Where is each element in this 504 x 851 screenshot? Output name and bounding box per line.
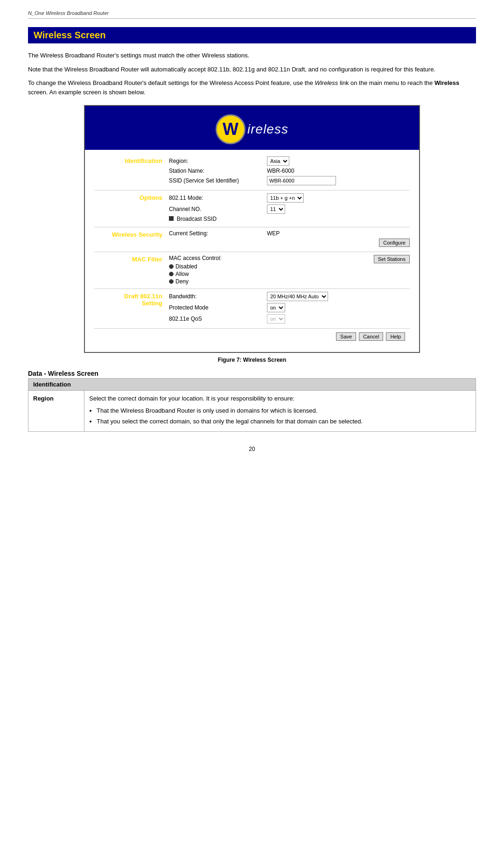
region-label: Region:	[169, 158, 267, 164]
draft-content: Bandwidth: 20 MHz/40 MHz Auto Protected …	[169, 292, 410, 325]
identification-label: Identification	[94, 156, 169, 164]
identification-content: Region: Asia Station Name: WBR-6000 SSID…	[169, 156, 410, 187]
region-select[interactable]: Asia	[267, 156, 289, 166]
page-number: 20	[28, 446, 476, 452]
mac-disabled-row: Disabled	[169, 263, 374, 270]
set-stations-button[interactable]: Set Stations	[374, 255, 410, 263]
mac-deny-row: Deny	[169, 278, 374, 285]
wireless-security-section: Wireless Security Current Setting: WEP C…	[94, 230, 410, 249]
protected-mode-row: Protected Mode on	[169, 303, 410, 312]
ssid-row: SSID (Service Set Identifier)	[169, 176, 410, 185]
bandwidth-value: 20 MHz/40 MHz Auto	[267, 292, 410, 301]
cancel-button[interactable]: Cancel	[359, 332, 383, 341]
mac-radios: MAC access Control: Disabled Allow	[169, 255, 374, 286]
wireless-logo: W ireless	[216, 114, 288, 144]
mode-label: 802.11 Mode:	[169, 195, 267, 201]
bandwidth-label: Bandwidth:	[169, 293, 267, 300]
ssid-label: SSID (Service Set Identifier)	[169, 177, 267, 184]
mac-allow-label: Allow	[175, 271, 189, 277]
bottom-buttons: Save Cancel Help	[94, 328, 410, 345]
channel-value: 11	[267, 204, 410, 214]
bullet-1: That the Wireless Broadband Router is on…	[97, 406, 471, 415]
mac-allow-row: Allow	[169, 271, 374, 277]
protected-mode-select[interactable]: on	[267, 303, 285, 312]
wireless-logo-area: W ireless	[85, 106, 419, 150]
configure-row: Configure	[169, 239, 410, 247]
qos-select[interactable]: on	[267, 314, 285, 324]
bandwidth-select[interactable]: 20 MHz/40 MHz Auto	[267, 292, 328, 301]
channel-label: Channel NO.	[169, 206, 267, 212]
ssid-value	[267, 176, 410, 185]
region-row-label: Region	[28, 391, 84, 432]
options-content: 802.11 Mode: 11b + g +n Channel NO. 11	[169, 193, 410, 224]
ssid-input[interactable]	[267, 176, 336, 185]
region-row-content: Select the correct domain for your locat…	[84, 391, 476, 432]
body-para-2: Note that the Wireless Broadband Router …	[28, 65, 476, 74]
doc-header: N_One Wireless Broadband Router	[28, 9, 476, 19]
mac-access-label: MAC access Control:	[169, 255, 222, 261]
body-para-1: The Wireless Broadband Router's settings…	[28, 51, 476, 60]
station-name-label: Station Name:	[169, 168, 267, 174]
figure-caption: Figure 7: Wireless Screen	[28, 357, 476, 363]
mac-deny-radio[interactable]	[169, 279, 174, 284]
region-intro: Select the correct domain for your locat…	[89, 395, 294, 402]
draft-section: Draft 802.11n Setting Bandwidth: 20 MHz/…	[94, 292, 410, 325]
help-button[interactable]: Help	[386, 332, 405, 341]
section-title: Wireless Screen	[28, 27, 476, 43]
body-para-3: To change the Wireless Broadband Router'…	[28, 78, 476, 97]
logo-circle: W	[216, 114, 245, 144]
doc-header-text: N_One Wireless Broadband Router	[28, 10, 109, 16]
mac-disabled-label: Disabled	[175, 263, 197, 270]
qos-value: on	[267, 314, 410, 324]
mac-deny-label: Deny	[175, 278, 189, 285]
table-header: Identification	[28, 379, 476, 391]
station-name-row: Station Name: WBR-6000	[169, 168, 410, 174]
mac-access-label-row: MAC access Control:	[169, 255, 374, 261]
current-setting-value: WEP	[267, 230, 410, 237]
protected-mode-value: on	[267, 303, 410, 312]
set-stations-area: Set Stations	[374, 255, 410, 264]
mac-disabled-radio[interactable]	[169, 264, 174, 269]
region-bullets: That the Wireless Broadband Router is on…	[97, 406, 471, 426]
channel-select[interactable]: 11	[267, 204, 285, 214]
bandwidth-row: Bandwidth: 20 MHz/40 MHz Auto	[169, 292, 410, 301]
mac-allow-radio[interactable]	[169, 272, 174, 276]
wireless-screen-screenshot: W ireless Identification Region: Asia	[84, 105, 420, 353]
wireless-security-label: Wireless Security	[94, 230, 169, 238]
data-table-title: Data - Wireless Screen	[28, 370, 476, 377]
broadcast-ssid-field: Broadcast SSID	[169, 216, 267, 222]
protected-mode-label: Protected Mode	[169, 304, 267, 311]
qos-label: 802.11e QoS	[169, 316, 267, 322]
identification-section: Identification Region: Asia Station Name…	[94, 156, 410, 187]
logo-text: ireless	[247, 122, 288, 137]
data-table: Identification Region Select the correct…	[28, 378, 476, 432]
station-name-value: WBR-6000	[267, 168, 410, 174]
mode-row: 802.11 Mode: 11b + g +n	[169, 193, 410, 203]
current-setting-row: Current Setting: WEP	[169, 230, 410, 237]
current-setting-label: Current Setting:	[169, 230, 267, 237]
table-row: Region Select the correct domain for you…	[28, 391, 476, 432]
draft-label: Draft 802.11n Setting	[94, 292, 169, 307]
wireless-security-content: Current Setting: WEP Configure	[169, 230, 410, 249]
broadcast-ssid-checkbox[interactable]	[169, 216, 174, 221]
qos-row: 802.11e QoS on	[169, 314, 410, 324]
mode-value: 11b + g +n	[267, 193, 410, 203]
broadcast-ssid-row: Broadcast SSID	[169, 216, 410, 222]
mac-filter-section: MAC Filter MAC access Control: Disabled	[94, 255, 410, 286]
channel-row: Channel NO. 11	[169, 204, 410, 214]
mac-filter-label: MAC Filter	[94, 255, 169, 263]
configure-button[interactable]: Configure	[379, 239, 410, 247]
mac-filter-inner: MAC access Control: Disabled Allow	[169, 255, 410, 286]
region-row: Region: Asia	[169, 156, 410, 166]
region-value: Asia	[267, 156, 410, 166]
bullet-2: That you select the correct domain, so t…	[97, 417, 471, 426]
options-label: Options	[94, 193, 169, 201]
mode-select[interactable]: 11b + g +n	[267, 193, 304, 203]
save-button[interactable]: Save	[336, 332, 356, 341]
wireless-body: Identification Region: Asia Station Name…	[85, 150, 419, 352]
mac-filter-content: MAC access Control: Disabled Allow	[169, 255, 410, 286]
options-section: Options 802.11 Mode: 11b + g +n Channel …	[94, 193, 410, 224]
